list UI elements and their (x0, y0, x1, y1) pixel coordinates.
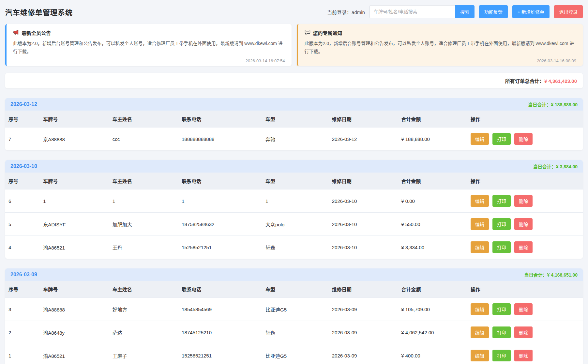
delete-button[interactable]: 删除 (514, 350, 533, 361)
delete-button[interactable]: 删除 (514, 326, 533, 338)
daily-total-amount: ¥ 3,884.00 (556, 164, 578, 169)
print-button[interactable]: 打印 (492, 326, 511, 338)
table-header-row: 序号车牌号车主姓名联系电话车型维修日期合计金额操作 (5, 111, 583, 128)
daily-total-label: 当日合计： (533, 164, 556, 169)
edit-button[interactable]: 编辑 (471, 303, 489, 315)
cell-actions: 编辑 打印 删除 (467, 213, 583, 236)
announcement-time: 2026-03-14 16:07:54 (13, 56, 285, 63)
print-button[interactable]: 打印 (492, 241, 511, 253)
date-section: 2026-03-09 当日合计：¥ 4,168,651.00 序号车牌号车主姓名… (5, 268, 583, 364)
table-row: 6 1 1 1 1 2026-03-10 ¥ 0.00 编辑 打印 删除 (5, 190, 583, 213)
edit-button[interactable]: 编辑 (471, 133, 489, 145)
announcement-card: 最新全员公告 此版本为2.0，新增后台账号管理和公告发布，可以私发个人账号，适合… (5, 24, 292, 66)
cell-amount: ¥ 550.00 (398, 213, 467, 236)
table-row: 4 渝A86521 王丹 15258521251 轩逸 2026-03-10 ¥… (5, 236, 583, 259)
edit-button[interactable]: 编辑 (471, 218, 489, 230)
cell-date: 2026-03-12 (329, 128, 398, 151)
delete-button[interactable]: 删除 (514, 241, 533, 253)
cell-date: 2026-03-10 (329, 190, 398, 213)
print-button[interactable]: 打印 (492, 218, 511, 230)
search-button[interactable]: 搜索 (455, 5, 475, 18)
cell-amount: ¥ 105,709.00 (398, 298, 467, 321)
grand-total-label: 所有订单总合计： (505, 78, 544, 84)
cell-phone: 15258521251 (178, 344, 262, 364)
add-repair-order-button[interactable]: + 新增维修单 (512, 5, 550, 18)
column-header: 车型 (262, 281, 329, 298)
delete-button[interactable]: 删除 (514, 218, 533, 230)
cell-actions: 编辑 打印 删除 (467, 236, 583, 259)
column-header: 合计金额 (398, 281, 467, 298)
personal-notice-time: 2026-03-14 16:08:09 (305, 56, 577, 63)
edit-button[interactable]: 编辑 (471, 241, 489, 253)
daily-total: 当日合计：¥ 3,884.00 (533, 163, 578, 170)
column-header: 维修日期 (329, 173, 398, 190)
cell-owner: 王麻子 (109, 344, 179, 364)
table-header-row: 序号车牌号车主姓名联系电话车型维修日期合计金额操作 (5, 173, 583, 190)
column-header: 车型 (262, 173, 329, 190)
column-header: 序号 (5, 111, 40, 128)
cell-owner: 1 (109, 190, 179, 213)
column-header: 维修日期 (329, 111, 398, 128)
print-button[interactable]: 打印 (492, 133, 511, 145)
print-button[interactable]: 打印 (492, 303, 511, 315)
daily-total: 当日合计：¥ 188,888.00 (528, 101, 578, 108)
cell-amount: ¥ 188,888.00 (398, 128, 467, 151)
notice-area: 最新全员公告 此版本为2.0，新增后台账号管理和公告发布，可以私发个人账号，适合… (5, 24, 583, 66)
daily-total: 当日合计：¥ 4,168,651.00 (524, 271, 578, 278)
delete-button[interactable]: 删除 (514, 303, 533, 315)
date-bar: 2026-03-10 当日合计：¥ 3,884.00 (5, 160, 583, 173)
column-header: 车牌号 (40, 173, 109, 190)
personal-notice-title: 您的专属通知 (313, 29, 342, 36)
cell-amount: ¥ 4,062,542.00 (398, 321, 467, 344)
search-input[interactable] (369, 5, 455, 18)
column-header: 操作 (467, 111, 583, 128)
cell-actions: 编辑 打印 删除 (467, 190, 583, 213)
table-row: 3 渝A88888 好地方 18545854569 比亚迪G5 2026-03-… (5, 298, 583, 321)
cell-phone: 1 (178, 190, 262, 213)
column-header: 联系电话 (178, 173, 262, 190)
topbar: 汽车维修单管理系统 当前登录：admin 搜索 功能反馈 + 新增维修单 退出登… (0, 0, 588, 23)
table-row: 7 京A88888 ccc 188888888888 奔驰 2026-03-12… (5, 128, 583, 151)
cell-actions: 编辑 打印 删除 (467, 128, 583, 151)
daily-total-amount: ¥ 188,888.00 (551, 102, 578, 107)
delete-button[interactable]: 删除 (514, 133, 533, 145)
cell-owner: 王丹 (109, 236, 179, 259)
cell-plate: 渝A88888 (40, 298, 109, 321)
cell-plate: 京A88888 (40, 128, 109, 151)
cell-phone: 15258521251 (178, 236, 262, 259)
logout-button[interactable]: 退出登录 (554, 5, 583, 18)
cell-seq: 6 (5, 190, 40, 213)
table-row: 1 渝A86521 王麻子 15258521251 比亚迪G5 2026-03-… (5, 344, 583, 364)
cell-date: 2026-03-09 (329, 298, 398, 321)
daily-total-label: 当日合计： (528, 102, 551, 107)
delete-button[interactable]: 删除 (514, 195, 533, 207)
column-header: 序号 (5, 281, 40, 298)
cell-model: 轩逸 (262, 321, 329, 344)
personal-notice-title-row: 您的专属通知 (305, 29, 577, 36)
cell-date: 2026-03-09 (329, 344, 398, 364)
speech-bubble-icon (305, 29, 310, 36)
cell-seq: 3 (5, 298, 40, 321)
cell-date: 2026-03-10 (329, 213, 398, 236)
print-button[interactable]: 打印 (492, 350, 511, 361)
edit-button[interactable]: 编辑 (471, 350, 489, 361)
date-bar: 2026-03-12 当日合计：¥ 188,888.00 (5, 98, 583, 111)
sections: 2026-03-12 当日合计：¥ 188,888.00 序号车牌号车主姓名联系… (5, 98, 583, 364)
edit-button[interactable]: 编辑 (471, 195, 489, 207)
section-date: 2026-03-10 (10, 163, 37, 169)
cell-model: 轩逸 (262, 236, 329, 259)
cell-date: 2026-03-09 (329, 321, 398, 344)
cell-model: 比亚迪G5 (262, 344, 329, 364)
feedback-button[interactable]: 功能反馈 (479, 5, 508, 18)
edit-button[interactable]: 编辑 (471, 326, 489, 338)
cell-seq: 4 (5, 236, 40, 259)
table-row: 2 渝A8648y 萨达 18745125210 轩逸 2026-03-09 ¥… (5, 321, 583, 344)
cell-owner: ccc (109, 128, 179, 151)
cell-amount: ¥ 400.00 (398, 344, 467, 364)
print-button[interactable]: 打印 (492, 195, 511, 207)
cell-actions: 编辑 打印 删除 (467, 344, 583, 364)
cell-owner: 加肥加大 (109, 213, 179, 236)
cell-owner: 萨达 (109, 321, 179, 344)
table-row: 5 东ADISYF 加肥加大 187582584632 大众polo 2026-… (5, 213, 583, 236)
login-status: 当前登录：admin (327, 8, 365, 15)
